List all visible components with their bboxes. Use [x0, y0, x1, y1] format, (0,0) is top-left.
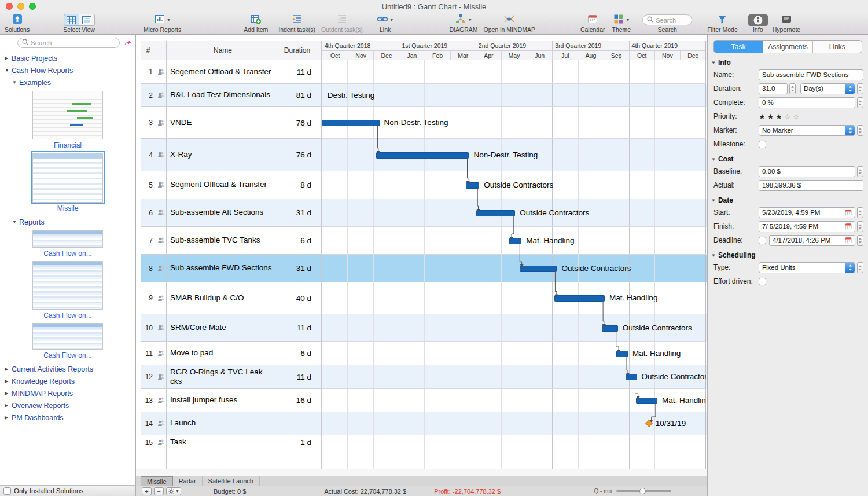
toolbar-solutions-button[interactable]: Solutions [5, 14, 30, 33]
store-action-icon[interactable] [123, 39, 132, 47]
disclosure-triangle-icon[interactable]: ▼ [12, 80, 19, 85]
gantt-row-10[interactable]: 10SRM/Core Mate11 d [141, 314, 707, 342]
task-duration-cell[interactable]: 31 d [279, 199, 315, 227]
task-name-cell[interactable]: Segement Offload & Transfer [167, 60, 279, 84]
thumbnail-preview[interactable] [32, 261, 103, 310]
thumbnail-preview[interactable] [32, 230, 103, 248]
section-header-scheduling[interactable]: ▼Scheduling [711, 251, 865, 259]
dropdown-select[interactable]: Day(s) [800, 83, 855, 94]
gantt-row-1[interactable]: 1Segement Offload & Transfer11 d [141, 60, 707, 84]
solution-thumbnail-missile[interactable]: Missile [0, 153, 135, 212]
text-field[interactable]: 0 % [759, 97, 855, 108]
gantt-row-15[interactable]: 15Task1 d [141, 435, 707, 450]
task-bar-4[interactable] [376, 152, 469, 159]
dropdown-arrows-icon[interactable] [845, 84, 855, 94]
remove-task-button[interactable]: − [154, 487, 164, 495]
add-task-button[interactable]: + [142, 487, 152, 495]
stepper-control[interactable] [857, 166, 863, 177]
date-field[interactable]: 5/23/2019, 4:59 PM [759, 207, 855, 218]
priority-star[interactable]: ☆ [793, 112, 800, 121]
dropdown-arrows-icon[interactable] [845, 126, 855, 135]
sidebar-item-mindmap-reports[interactable]: ▶MINDMAP Reports [0, 387, 135, 399]
task-bar-13[interactable] [636, 398, 657, 404]
priority-star[interactable]: ★ [767, 112, 774, 121]
sidebar-search-input[interactable]: Search [17, 38, 120, 48]
text-field[interactable]: Sub assemble FWD Sections [759, 69, 863, 80]
checkbox[interactable] [759, 237, 766, 244]
task-duration-cell[interactable]: 11 d [279, 365, 315, 389]
date-field[interactable]: 4/17/2018, 4:26 PM [769, 235, 855, 246]
dropdown-select[interactable]: No Marker [759, 125, 855, 136]
task-duration-cell[interactable]: 6 d [279, 227, 315, 255]
gantt-row-6[interactable]: 6Sub-assemble Aft Sections31 d [141, 199, 707, 227]
disclosure-triangle-icon[interactable]: ▼ [711, 198, 716, 203]
view-list-icon[interactable] [79, 14, 95, 26]
task-duration-cell[interactable]: 11 d [279, 60, 315, 84]
panel-tab-task[interactable]: Task [714, 41, 763, 53]
gantt-row-3[interactable]: 3VNDE76 d [141, 107, 707, 139]
task-bar-7[interactable] [509, 238, 521, 244]
toolbar-search-input[interactable]: Search [642, 14, 692, 25]
priority-star[interactable]: ☆ [784, 112, 791, 121]
disclosure-triangle-icon[interactable]: ▶ [5, 366, 12, 372]
gantt-row-13[interactable]: 13Install jumper fuses16 d [141, 389, 707, 412]
disclosure-triangle-icon[interactable]: ▼ [5, 68, 12, 73]
stepper-control[interactable] [857, 125, 863, 136]
disclosure-triangle-icon[interactable]: ▶ [5, 391, 12, 396]
section-header-date[interactable]: ▼Date [711, 196, 865, 204]
task-duration-cell[interactable]: 81 d [279, 84, 315, 107]
doc-tab-radar[interactable]: Radar [173, 476, 203, 486]
thumbnail-preview[interactable] [32, 91, 103, 139]
gantt-row-14[interactable]: 14Launch [141, 412, 707, 435]
toolbar-select-view-button[interactable]: Select View [63, 14, 95, 33]
text-field[interactable]: 31.0 [759, 83, 788, 94]
task-bar-12[interactable] [626, 374, 637, 380]
settings-gear-button[interactable]: ▼ [166, 487, 181, 495]
dropdown-arrows-icon[interactable] [845, 263, 855, 273]
disclosure-triangle-icon[interactable]: ▶ [5, 403, 12, 408]
text-field[interactable]: 0.00 $ [759, 166, 855, 177]
task-duration-cell[interactable]: 1 d [279, 435, 315, 450]
doc-tab-satellite-launch[interactable]: Satellite Launch [203, 476, 260, 486]
task-name-cell[interactable]: SMAB Buildup & C/O [167, 282, 279, 314]
task-name-cell[interactable]: R&I. Load Test Dimensionals [167, 84, 279, 107]
date-field[interactable]: 7/ 5/2019, 4:59 PM [759, 221, 855, 232]
task-bar-11[interactable] [616, 351, 628, 357]
calendar-icon[interactable] [843, 209, 852, 216]
sidebar-item-examples[interactable]: ▼Examples [0, 76, 135, 89]
task-name-cell[interactable]: RGR O-Rings & TVC Leak cks [167, 365, 279, 389]
task-name-cell[interactable]: VNDE [167, 107, 279, 139]
gantt-row-7[interactable]: 7Sub-assemble TVC Tanks6 d [141, 227, 707, 255]
toolbar-search-button[interactable]: SearchSearch [642, 14, 692, 33]
task-duration-cell[interactable]: 76 d [279, 107, 315, 139]
toolbar-open-in-mindmap-button[interactable]: Open in MINDMAP [484, 14, 535, 33]
disclosure-triangle-icon[interactable]: ▶ [5, 415, 12, 420]
zoom-slider-thumb[interactable] [639, 488, 646, 494]
stepper-control[interactable] [857, 97, 863, 108]
task-name-cell[interactable]: Launch [167, 412, 279, 435]
gantt-row-9[interactable]: 9SMAB Buildup & C/O40 d [141, 282, 707, 314]
section-header-cost[interactable]: ▼Cost [711, 155, 865, 163]
text-field[interactable]: 198,399.36 $ [759, 180, 863, 191]
stepper-control[interactable] [857, 262, 863, 273]
task-bar-5[interactable] [466, 182, 480, 189]
panel-tab-links[interactable]: Links [813, 41, 862, 53]
task-name-cell[interactable]: Segment Offload & Transfer [167, 171, 279, 199]
disclosure-triangle-icon[interactable]: ▶ [5, 379, 12, 384]
stepper-control[interactable] [857, 235, 863, 246]
task-duration-cell[interactable]: 40 d [279, 282, 315, 314]
zoom-slider[interactable] [616, 490, 671, 492]
sidebar-item-pm-dashboards[interactable]: ▶PM Dashboards [0, 412, 135, 424]
gantt-row-2[interactable]: 2R&I. Load Test Dimensionals81 d [141, 84, 707, 107]
sidebar-item-cash-flow-reports[interactable]: ▼Cash Flow Reports [0, 64, 135, 76]
toolbar-add-item-button[interactable]: Add Item [244, 14, 268, 33]
toolbar-link-button[interactable]: ▼Link [377, 14, 394, 33]
task-bar-8[interactable] [520, 266, 557, 272]
task-duration-cell[interactable]: 11 d [279, 314, 315, 342]
toolbar-calendar-button[interactable]: Calendar [580, 14, 605, 33]
dropdown-select[interactable]: Fixed Units [759, 262, 855, 273]
toolbar-outdent-task-s-button[interactable]: Outdent task(s) [321, 14, 363, 33]
sidebar-item-basic-projects[interactable]: ▶Basic Projects [0, 52, 135, 64]
calendar-icon[interactable] [843, 237, 852, 244]
gantt-row-8[interactable]: 8Sub assemble FWD Sections31 d [141, 255, 707, 282]
